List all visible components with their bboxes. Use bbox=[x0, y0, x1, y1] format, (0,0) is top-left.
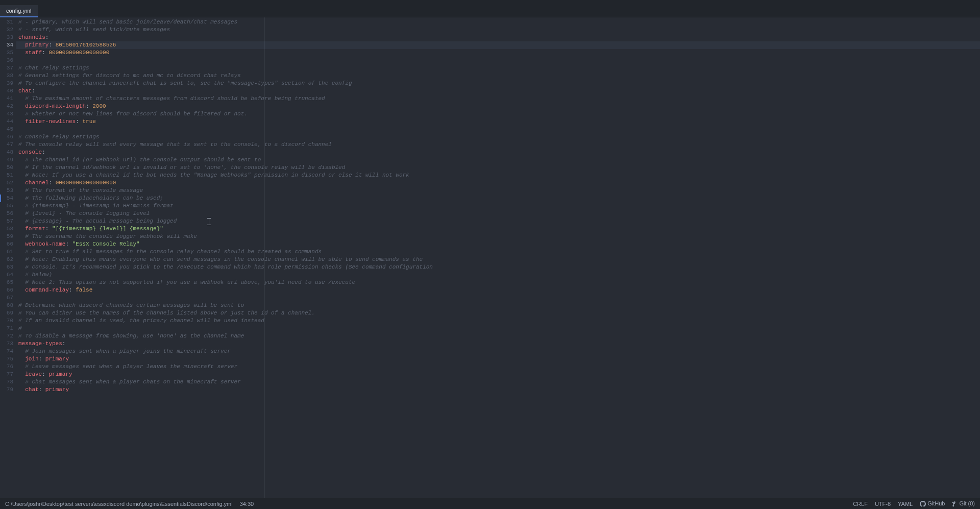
status-filepath[interactable]: C:\Users\joshr\Desktop\test servers\essx… bbox=[5, 501, 233, 507]
line-number: 35 bbox=[0, 49, 13, 57]
line-number: 55 bbox=[0, 202, 13, 210]
line-number: 41 bbox=[0, 95, 13, 103]
line-number: 45 bbox=[0, 126, 13, 133]
line-number: 72 bbox=[0, 332, 13, 340]
code-line[interactable]: # {message} - The actual message being l… bbox=[16, 217, 980, 225]
code-line[interactable]: # Determine which discord channels certa… bbox=[16, 302, 980, 309]
code-line[interactable]: # The username the console logger webhoo… bbox=[16, 233, 980, 240]
line-number: 46 bbox=[0, 133, 13, 141]
line-number: 68 bbox=[0, 302, 13, 309]
code-line[interactable]: # To configure the channel minecraft cha… bbox=[16, 80, 980, 87]
code-line[interactable]: # The channel id (or webhook url) the co… bbox=[16, 156, 980, 164]
line-number: 74 bbox=[0, 348, 13, 355]
status-bar: C:\Users\joshr\Desktop\test servers\essx… bbox=[0, 498, 980, 509]
code-line[interactable]: # If an invalid channel is used, the pri… bbox=[16, 317, 980, 325]
code-line[interactable]: chat: bbox=[16, 87, 980, 95]
code-line[interactable]: # Console relay settings bbox=[16, 133, 980, 141]
status-git[interactable]: Git (0) bbox=[952, 500, 975, 507]
code-line[interactable]: # Whether or not new lines from discord … bbox=[16, 110, 980, 118]
line-number: 48 bbox=[0, 149, 13, 156]
code-line[interactable]: # - primary, which will send basic join/… bbox=[16, 18, 980, 26]
line-number: 47 bbox=[0, 141, 13, 149]
line-number: 33 bbox=[0, 34, 13, 41]
code-line[interactable]: webhook-name: "EssX Console Relay" bbox=[16, 240, 980, 248]
code-line[interactable]: # You can either use the names of the ch… bbox=[16, 309, 980, 317]
code-line[interactable] bbox=[16, 294, 980, 302]
tab-filename: config.yml bbox=[6, 8, 32, 14]
line-number: 65 bbox=[0, 279, 13, 286]
line-number: 76 bbox=[0, 363, 13, 371]
git-branch-icon bbox=[952, 501, 958, 507]
title-bar bbox=[0, 0, 980, 5]
code-line[interactable]: primary: 801500176102588526 bbox=[16, 41, 980, 49]
code-line[interactable]: # The maximum amount of characters messa… bbox=[16, 95, 980, 103]
code-line[interactable]: staff: 000000000000000000 bbox=[16, 49, 980, 57]
code-line[interactable]: # If the channel id/webhook url is inval… bbox=[16, 164, 980, 172]
code-line[interactable] bbox=[16, 126, 980, 133]
line-number: 78 bbox=[0, 378, 13, 386]
code-line[interactable]: chat: primary bbox=[16, 386, 980, 394]
tab-config-yml[interactable]: config.yml bbox=[0, 5, 38, 17]
line-number: 51 bbox=[0, 172, 13, 179]
code-line[interactable]: # - staff, which will send kick/mute mes… bbox=[16, 26, 980, 34]
code-line[interactable] bbox=[16, 57, 980, 64]
line-number: 67 bbox=[0, 294, 13, 302]
line-number: 59 bbox=[0, 233, 13, 240]
line-number: 37 bbox=[0, 64, 13, 72]
code-line[interactable]: # Note: Enabling this means everyone who… bbox=[16, 256, 980, 263]
code-line[interactable]: # console. It's recommended you stick to… bbox=[16, 263, 980, 271]
code-line[interactable]: # To disable a message from showing, use… bbox=[16, 332, 980, 340]
line-number: 39 bbox=[0, 80, 13, 87]
line-number: 44 bbox=[0, 118, 13, 126]
line-number: 34 bbox=[0, 41, 13, 49]
status-language[interactable]: YAML bbox=[898, 501, 913, 507]
code-line[interactable]: # Chat relay settings bbox=[16, 64, 980, 72]
code-line[interactable]: # Join messages sent when a player joins… bbox=[16, 348, 980, 355]
code-line[interactable]: channels: bbox=[16, 34, 980, 41]
line-number: 40 bbox=[0, 87, 13, 95]
status-eol[interactable]: CRLF bbox=[853, 501, 868, 507]
line-number: 75 bbox=[0, 355, 13, 363]
code-line[interactable]: # Note: If you use a channel id the bot … bbox=[16, 172, 980, 179]
github-icon bbox=[920, 501, 926, 507]
editor[interactable]: 3132333435363738394041424344454647484950… bbox=[0, 17, 980, 498]
line-number: 38 bbox=[0, 72, 13, 80]
line-number: 50 bbox=[0, 164, 13, 172]
code-line[interactable]: # Note 2: This option is not supported i… bbox=[16, 279, 980, 286]
line-number: 57 bbox=[0, 217, 13, 225]
code-line[interactable]: filter-newlines: true bbox=[16, 118, 980, 126]
line-number: 36 bbox=[0, 57, 13, 64]
line-number: 31 bbox=[0, 18, 13, 26]
code-area[interactable]: # - primary, which will send basic join/… bbox=[16, 17, 980, 498]
code-line[interactable]: # below) bbox=[16, 271, 980, 279]
code-line[interactable]: join: primary bbox=[16, 355, 980, 363]
code-line[interactable]: format: "[{timestamp} {level}] {message}… bbox=[16, 225, 980, 233]
code-line[interactable]: # Set to true if all messages in the con… bbox=[16, 248, 980, 256]
code-line[interactable]: # Leave messages sent when a player leav… bbox=[16, 363, 980, 371]
status-cursor-pos[interactable]: 34:30 bbox=[240, 501, 254, 507]
code-line[interactable]: # The following placeholders can be used… bbox=[16, 195, 980, 202]
line-number: 69 bbox=[0, 309, 13, 317]
code-line[interactable]: # The format of the console message bbox=[16, 187, 980, 195]
code-line[interactable]: leave: primary bbox=[16, 371, 980, 378]
code-line[interactable]: discord-max-length: 2000 bbox=[16, 103, 980, 110]
code-line[interactable]: # bbox=[16, 325, 980, 332]
line-number: 43 bbox=[0, 110, 13, 118]
line-number: 54 bbox=[0, 195, 13, 202]
line-number: 64 bbox=[0, 271, 13, 279]
line-number: 42 bbox=[0, 103, 13, 110]
diff-marker bbox=[0, 195, 1, 202]
code-line[interactable]: message-types: bbox=[16, 340, 980, 348]
code-line[interactable]: # {timestamp} - Timestamp in HH:mm:ss fo… bbox=[16, 202, 980, 210]
status-encoding[interactable]: UTF-8 bbox=[875, 501, 891, 507]
code-line[interactable]: # Chat messages sent when a player chats… bbox=[16, 378, 980, 386]
status-github[interactable]: GitHub bbox=[920, 500, 945, 507]
line-number: 79 bbox=[0, 386, 13, 394]
code-line[interactable]: # General settings for discord to mc and… bbox=[16, 72, 980, 80]
line-number: 60 bbox=[0, 240, 13, 248]
code-line[interactable]: # The console relay will send every mess… bbox=[16, 141, 980, 149]
code-line[interactable]: command-relay: false bbox=[16, 286, 980, 294]
code-line[interactable]: # {level} - The console logging level bbox=[16, 210, 980, 217]
code-line[interactable]: channel: 000000000000000000 bbox=[16, 179, 980, 187]
code-line[interactable]: console: bbox=[16, 149, 980, 156]
